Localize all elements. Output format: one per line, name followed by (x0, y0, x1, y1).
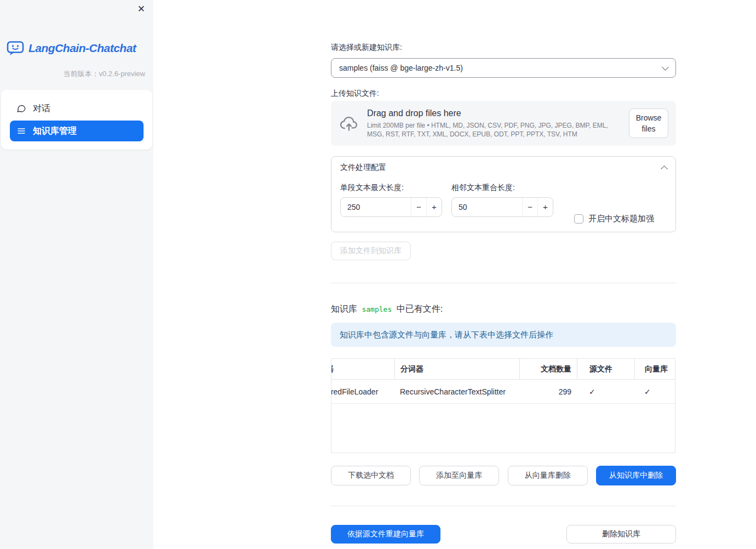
cell-vector-store-check: ✓ (634, 380, 675, 403)
browse-files-button[interactable]: Browse files (629, 108, 668, 138)
file-uploader-dropzone[interactable]: Drag and drop files here Limit 200MB per… (331, 101, 676, 146)
kb-files-prefix: 知识库 (331, 304, 357, 313)
overlap-increment-button[interactable]: + (537, 198, 553, 216)
add-files-to-kb-button[interactable]: 添加文件到知识库 (331, 242, 411, 260)
rebuild-vector-store-button[interactable]: 依据源文件重建向量库 (331, 525, 440, 544)
cell-splitter: RecursiveCharacterTextSplitter (394, 380, 519, 403)
close-sidebar-icon[interactable]: ✕ (138, 4, 145, 14)
version-text: 当前版本：v0.2.6-preview (0, 69, 153, 79)
drag-drop-text: Drag and drop files here (367, 108, 620, 118)
kb-select-label: 请选择或新建知识库: (331, 42, 676, 53)
delete-from-kb-button[interactable]: 从知识库中删除 (596, 466, 676, 485)
kb-select-value: samples (faiss @ bge-large-zh-v1.5) (339, 64, 463, 72)
max-length-decrement-button[interactable]: − (411, 198, 426, 216)
max-length-increment-button[interactable]: + (426, 198, 442, 216)
table-row[interactable]: UnstructuredFileLoader RecursiveCharacte… (331, 380, 675, 404)
chatchat-logo-icon (7, 41, 24, 56)
list-icon (16, 126, 26, 136)
sidebar-item-label: 对话 (33, 103, 50, 115)
delete-kb-button[interactable]: 删除知识库 (566, 525, 676, 544)
kb-select[interactable]: samples (faiss @ bge-large-zh-v1.5) (331, 58, 676, 78)
overlap-length-input[interactable]: 50 − + (451, 197, 553, 217)
max-length-label: 单段文本最大长度: (340, 182, 442, 193)
kb-files-table[interactable]: 文档加载器 分词器 文档数量 源文件 向量库 UnstructuredFileL… (331, 358, 675, 453)
kb-bottom-buttons: 依据源文件重建向量库 删除知识库 (331, 525, 676, 544)
uploader-texts: Drag and drop files here Limit 200MB per… (367, 108, 620, 139)
app-root: ✕ LangChain-Chatchat 当前版本：v0.2.6-preview… (0, 0, 756, 549)
file-config-body: 单段文本最大长度: 250 − + 相邻文本重合长度: 50 − + (331, 178, 675, 232)
cell-loader: UnstructuredFileLoader (331, 380, 394, 403)
column-header-splitter[interactable]: 分词器 (394, 359, 519, 379)
expander-title: 文件处理配置 (340, 163, 386, 173)
divider (331, 506, 676, 506)
checkbox-unchecked-icon[interactable] (574, 214, 583, 224)
file-action-buttons: 下载选中文档 添加至向量库 从向量库删除 从知识库中删除 (331, 466, 676, 485)
sidebar-menu: 对话 知识库管理 (1, 90, 152, 150)
overlap-length-field: 相邻文本重合长度: 50 − + (451, 182, 553, 217)
upload-files-label: 上传知识文件: (331, 88, 676, 99)
info-banner: 知识库中包含源文件与向量库，请从下表中选择文件后操作 (331, 323, 676, 347)
sidebar: ✕ LangChain-Chatchat 当前版本：v0.2.6-preview… (0, 0, 153, 549)
file-config-expander-header[interactable]: 文件处理配置 (331, 157, 675, 178)
app-logo: LangChain-Chatchat (0, 0, 153, 56)
chevron-up-icon (661, 165, 668, 173)
overlap-length-label: 相邻文本重合长度: (451, 182, 553, 193)
upload-cloud-icon (340, 116, 358, 131)
cell-doc-count: 299 (519, 380, 577, 403)
chevron-down-icon (662, 64, 669, 71)
kb-files-suffix: 中已有文件: (397, 304, 443, 313)
max-length-field: 单段文本最大长度: 250 − + (340, 182, 442, 217)
cell-source-file-check: ✓ (577, 380, 634, 403)
chat-bubble-icon (16, 104, 26, 113)
kb-name-code: samples (359, 305, 394, 313)
sidebar-item-kb-management[interactable]: 知识库管理 (10, 121, 144, 141)
sidebar-item-label: 知识库管理 (33, 125, 77, 137)
app-logo-text: LangChain-Chatchat (28, 42, 136, 55)
zh-title-enhance-label: 开启中文标题加强 (588, 214, 654, 224)
max-length-value: 250 (341, 203, 411, 211)
overlap-decrement-button[interactable]: − (522, 198, 537, 216)
divider (331, 283, 676, 283)
version-value: v0.2.6-preview (99, 70, 145, 78)
sidebar-item-dialogue[interactable]: 对话 (10, 98, 144, 119)
column-header-loader[interactable]: 文档加载器 (331, 359, 394, 379)
delete-from-vector-store-button[interactable]: 从向量库删除 (508, 466, 588, 485)
column-header-source-file[interactable]: 源文件 (577, 359, 634, 379)
add-to-vector-store-button[interactable]: 添加至向量库 (419, 466, 499, 485)
file-config-expander: 文件处理配置 单段文本最大长度: 250 − + 相邻文本重合长度: 50 (331, 156, 676, 232)
column-header-vector-store[interactable]: 向量库 (634, 359, 675, 379)
version-label: 当前版本： (63, 70, 99, 78)
overlap-length-value: 50 (452, 203, 522, 211)
table-header-row: 文档加载器 分词器 文档数量 源文件 向量库 (331, 359, 675, 380)
kb-existing-files-title: 知识库 samples 中已有文件: (331, 302, 676, 316)
file-limit-text: Limit 200MB per file • HTML, MD, JSON, C… (367, 121, 620, 139)
main-content: 请选择或新建知识库: samples (faiss @ bge-large-zh… (331, 0, 676, 544)
table-empty-area (331, 404, 675, 453)
zh-title-enhance-checkbox-row[interactable]: 开启中文标题加强 (574, 214, 654, 224)
column-header-doc-count[interactable]: 文档数量 (519, 359, 577, 379)
max-length-input[interactable]: 250 − + (340, 197, 442, 217)
download-selected-docs-button[interactable]: 下载选中文档 (331, 466, 411, 485)
